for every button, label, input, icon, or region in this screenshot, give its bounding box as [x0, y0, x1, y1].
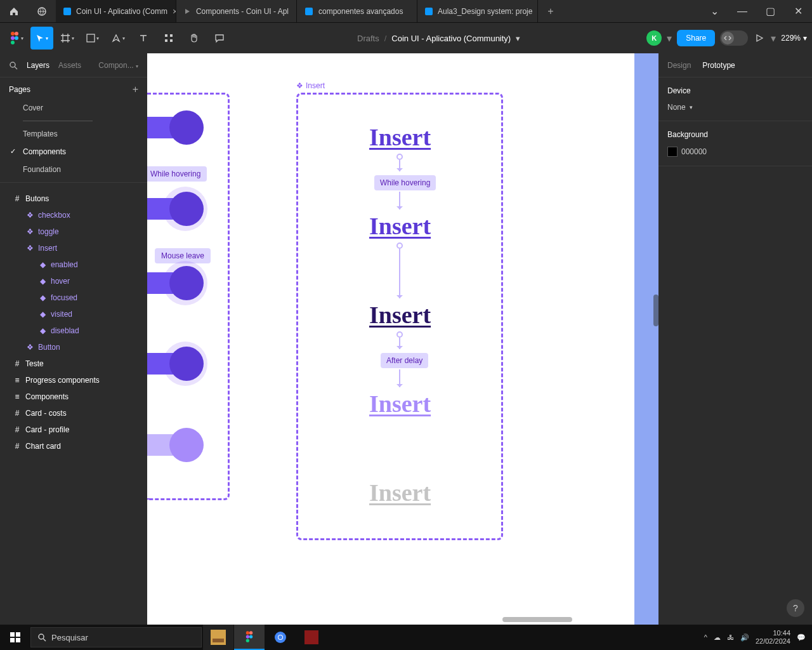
start-button[interactable]	[0, 632, 30, 642]
toggle-hover[interactable]	[147, 192, 203, 226]
page-item[interactable]: Templates	[0, 125, 147, 143]
tab-2[interactable]: componentes avançados	[297, 0, 417, 22]
present-button[interactable]	[753, 32, 766, 44]
assets-tab[interactable]: Assets	[58, 61, 81, 70]
tab-1[interactable]: Components - Coin UI - Apl	[176, 0, 297, 22]
layer-component[interactable]: ❖toggle	[0, 223, 147, 240]
scrollbar-vertical[interactable]	[653, 295, 658, 326]
device-select[interactable]: None ▾	[667, 103, 803, 112]
page-item-selected[interactable]: Components	[0, 143, 147, 161]
layers-tab[interactable]: Layers	[27, 61, 49, 70]
figma-menu-button[interactable]: ▾	[5, 27, 28, 50]
layer-frame[interactable]: #Card - profile	[0, 421, 147, 438]
layer-frame[interactable]: #Butons	[0, 190, 147, 207]
canvas[interactable]: While hovering Mouse leave	[147, 53, 658, 625]
insert-hover[interactable]: Insert	[369, 212, 431, 240]
text-tool[interactable]	[132, 27, 155, 50]
avatar[interactable]: K	[646, 30, 662, 46]
help-button[interactable]: ?	[787, 599, 804, 617]
prototype-node[interactable]	[396, 331, 403, 338]
pen-tool[interactable]: ▾	[107, 27, 129, 50]
home-icon[interactable]	[0, 0, 28, 22]
chevron-down-icon[interactable]: ▾	[771, 32, 776, 44]
layer-component[interactable]: ❖Insert	[0, 240, 147, 256]
notifications-icon[interactable]: 💬	[797, 633, 806, 642]
taskbar-search[interactable]: Pesquisar	[30, 627, 202, 647]
frame-tool[interactable]: ▾	[56, 27, 79, 50]
search-icon[interactable]	[9, 61, 18, 70]
chevron-down-icon[interactable]: ▾	[667, 32, 672, 44]
svg-point-22	[246, 631, 249, 634]
minimize-icon[interactable]: —	[728, 0, 756, 22]
toggle-visited[interactable]	[147, 347, 203, 381]
prototype-tab[interactable]: Prototype	[702, 61, 735, 70]
list-icon: ≡	[13, 376, 22, 385]
layer-frame[interactable]: #Card - costs	[0, 405, 147, 421]
move-tool[interactable]: ▾	[30, 27, 53, 50]
layer-component[interactable]: ❖Button	[0, 339, 147, 355]
chevron-down-icon[interactable]: ▾	[516, 34, 520, 43]
prototype-node[interactable]	[396, 242, 403, 249]
page-selector[interactable]: Compon... ▾	[98, 61, 138, 70]
toggle-enabled[interactable]	[147, 110, 203, 145]
canvas-viewport[interactable]: While hovering Mouse leave	[147, 53, 658, 625]
layer-row[interactable]: ≡Components	[0, 388, 147, 405]
toggle-disabled[interactable]	[147, 428, 203, 462]
hand-tool[interactable]	[183, 27, 206, 50]
layer-variant[interactable]: ◆focused	[0, 289, 147, 306]
insert-enabled[interactable]: Insert	[369, 123, 431, 151]
design-tab[interactable]: Design	[667, 61, 691, 70]
taskbar-app[interactable]	[296, 625, 327, 650]
layer-row[interactable]: ≡Progress components	[0, 372, 147, 388]
comment-tool[interactable]	[208, 27, 231, 50]
prototype-label[interactable]: After delay	[381, 353, 428, 368]
taskbar-app-figma[interactable]	[234, 625, 265, 650]
color-swatch[interactable]	[667, 147, 678, 157]
layer-variant[interactable]: ◆visited	[0, 306, 147, 322]
new-tab-button[interactable]: +	[538, 0, 563, 22]
tab-0[interactable]: Coin UI - Aplicativo (Comm ×	[56, 0, 176, 22]
background-color-row[interactable]: 000000	[667, 147, 803, 157]
resources-tool[interactable]	[157, 27, 180, 50]
dev-mode-toggle[interactable]	[720, 30, 748, 46]
layer-variant[interactable]: ◆enabled	[0, 256, 147, 273]
add-page-button[interactable]: +	[133, 84, 138, 95]
tab-3[interactable]: Aula3_Design system: proje	[417, 0, 538, 22]
taskbar-app-chrome[interactable]	[265, 625, 296, 650]
network-icon[interactable]: 🖧	[727, 633, 734, 641]
play-icon	[184, 7, 191, 16]
breadcrumb[interactable]: Drafts	[357, 34, 379, 43]
volume-icon[interactable]: 🔊	[740, 633, 749, 642]
zoom-level[interactable]: 229% ▾	[781, 34, 807, 43]
layer-variant[interactable]: ◆hover	[0, 273, 147, 289]
prototype-label[interactable]: While hovering	[374, 175, 436, 190]
globe-icon[interactable]	[28, 0, 56, 22]
layer-component[interactable]: ❖checkbox	[0, 207, 147, 223]
document-title[interactable]: Drafts / Coin UI - Aplicativo (Community…	[233, 34, 644, 43]
page-item[interactable]: Cover	[0, 99, 147, 117]
close-icon[interactable]: ✕	[784, 0, 812, 22]
right-panel: Design Prototype Device None ▾ Backgroun…	[658, 53, 812, 625]
code-icon	[721, 32, 734, 44]
taskbar-app[interactable]	[203, 625, 233, 650]
toggle-focused[interactable]	[147, 266, 203, 300]
shape-tool[interactable]: ▾	[81, 27, 104, 50]
scrollbar-horizontal[interactable]	[502, 617, 572, 622]
file-title[interactable]: Coin UI - Aplicativo (Community)	[391, 34, 511, 43]
tray-chevron-icon[interactable]: ^	[704, 633, 707, 641]
page-item[interactable]: Foundation	[0, 161, 147, 178]
maximize-icon[interactable]: ▢	[756, 0, 784, 22]
insert-focused[interactable]: Insert	[369, 301, 431, 329]
frame-label[interactable]: ❖ Insert	[296, 81, 325, 90]
insert-disabled[interactable]: Insert	[369, 479, 431, 507]
prototype-label[interactable]: While hovering	[147, 166, 207, 182]
prototype-node[interactable]	[396, 154, 403, 160]
chevron-down-icon[interactable]: ⌄	[700, 0, 728, 22]
clock[interactable]: 10:44 22/02/2024	[756, 629, 790, 646]
layer-frame[interactable]: #Teste	[0, 355, 147, 372]
onedrive-icon[interactable]: ☁	[714, 633, 721, 642]
insert-visited[interactable]: Insert	[369, 390, 431, 418]
layer-frame[interactable]: #Chart card	[0, 438, 147, 454]
layer-variant[interactable]: ◆diseblad	[0, 322, 147, 339]
share-button[interactable]: Share	[677, 30, 715, 46]
